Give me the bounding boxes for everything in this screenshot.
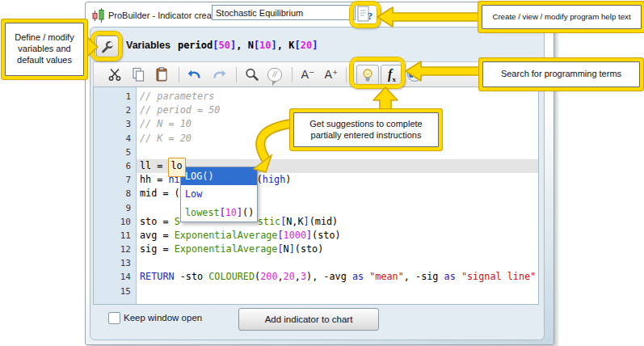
code-segment: high <box>263 174 285 185</box>
code-segment: 10 <box>259 40 271 51</box>
code-segment: hh = <box>140 174 169 185</box>
undo-icon <box>187 66 203 82</box>
annotation-frame-variables-button <box>91 32 122 61</box>
code-segment: 20 <box>284 271 295 282</box>
code-segment: ll = <box>140 160 169 171</box>
code-segment: (sto) <box>295 243 324 255</box>
annotation-frame-help-button <box>350 2 381 27</box>
code-segment: // N = 10 <box>140 118 192 129</box>
keep-window-open-checkbox[interactable] <box>108 312 120 324</box>
line-number: 11 <box>94 229 136 243</box>
app-icon <box>91 6 107 25</box>
comment-button[interactable]: // <box>264 63 285 86</box>
toolbar-separator <box>346 67 347 82</box>
copy-icon <box>130 66 146 82</box>
code-segment: "mean" <box>369 271 404 282</box>
cut-icon <box>107 66 123 82</box>
autocomplete-item[interactable]: LOG() <box>181 167 257 185</box>
redo-icon <box>211 66 227 82</box>
code-segment <box>456 271 461 282</box>
line-number: 15 <box>94 285 136 298</box>
code-segment: [ <box>213 40 218 51</box>
code-line[interactable]: avg = ExponentialAverage[1000](sto) <box>137 229 538 243</box>
code-segment: N,K <box>286 216 303 227</box>
code-segment: ) <box>285 174 291 185</box>
code-line[interactable] <box>137 285 538 298</box>
code-segment: sto = <box>140 216 175 227</box>
line-number: 12 <box>94 243 136 256</box>
redo-button[interactable] <box>208 63 229 86</box>
line-number: 4 <box>94 132 136 146</box>
code-segment: (mid) <box>309 216 339 227</box>
code-segment: , <box>277 40 288 51</box>
page-background: ProBuilder - Indicator creation - ? Vari… <box>0 0 644 346</box>
code-segment: // period = 50 <box>140 104 220 116</box>
undo-button[interactable] <box>184 63 205 86</box>
toolbar-separator <box>236 67 237 82</box>
code-segment: lowest <box>185 207 220 218</box>
code-segment: as <box>444 271 456 282</box>
code-segment: ] <box>304 216 309 227</box>
callout-variables: Define / modify variables and default va… <box>5 23 84 76</box>
keep-window-open-label: Keep window open <box>124 313 202 323</box>
code-line[interactable]: sig = ExponentialAverage[N](sto) <box>137 243 538 256</box>
paste-button[interactable] <box>151 63 172 86</box>
code-line[interactable] <box>137 146 538 159</box>
line-number: 14 <box>94 270 136 284</box>
autocomplete-dropdown: LOG()Lowlowest[10]() <box>180 167 258 222</box>
cut-button[interactable] <box>104 63 125 86</box>
code-segment: LOG() <box>185 171 214 182</box>
code-segment: ] <box>237 207 242 218</box>
autocomplete-prefix-box: lo <box>168 158 186 177</box>
code-segment: period <box>178 40 213 51</box>
indicator-name-input[interactable] <box>212 5 356 20</box>
code-segment: avg = <box>140 230 175 241</box>
code-segment: [ <box>277 243 283 255</box>
code-segment: [ <box>277 230 283 241</box>
code-segment: 50 <box>219 40 230 51</box>
callout-help-text: Create / view / modify program help text <box>482 5 642 29</box>
code-segment: ExponentialAverage <box>175 243 278 255</box>
search-button[interactable] <box>242 63 263 86</box>
code-line[interactable]: RETURN -sto COLOURED(200,20,3), -avg as … <box>137 270 538 284</box>
code-segment: Low <box>185 188 202 200</box>
code-segment: N <box>248 40 254 51</box>
callout-search-terms: Search for programming terms <box>482 61 640 87</box>
line-number: 6 <box>94 159 136 173</box>
code-segment: 10 <box>225 207 237 218</box>
help-circle-icon[interactable] <box>407 67 422 82</box>
code-segment: , <box>295 271 301 282</box>
code-line[interactable]: // parameters <box>137 90 538 103</box>
code-segment: sig = <box>140 243 175 255</box>
line-number: 13 <box>94 256 136 270</box>
code-segment: ] <box>312 40 318 51</box>
code-segment: "signal line" <box>461 271 536 282</box>
line-number: 10 <box>94 215 136 229</box>
code-segment: N <box>284 243 289 255</box>
code-segment: 1000 <box>284 230 306 241</box>
code-segment: ] <box>271 40 277 51</box>
code-segment: -sto <box>175 271 209 282</box>
autocomplete-item[interactable]: Low <box>181 185 257 203</box>
copy-button[interactable] <box>128 63 149 86</box>
code-segment: // parameters <box>140 91 214 102</box>
code-segment: mid = ( <box>140 188 180 199</box>
increase-font-icon: A⁺ <box>325 68 339 81</box>
decrease-font-icon: A⁻ <box>301 68 315 81</box>
decrease-font-button[interactable]: A⁻ <box>297 63 318 86</box>
autocomplete-item[interactable]: lowest[10]() <box>181 204 257 222</box>
code-segment: 20 <box>301 40 312 51</box>
variables-bar: Variables period[50], N[10], K[20] <box>126 36 318 55</box>
line-number: 9 <box>94 201 136 215</box>
code-line[interactable] <box>137 256 538 270</box>
increase-font-button[interactable]: A⁺ <box>321 63 342 86</box>
add-indicator-button[interactable]: Add indicator to chart <box>238 308 379 331</box>
code-segment: 3 <box>301 271 306 282</box>
code-segment: , <box>278 271 284 282</box>
callout-suggestions: Get suggestions to complete partially en… <box>293 112 439 147</box>
code-segment: () <box>242 207 254 218</box>
toolbar-separator <box>292 67 293 82</box>
comment-icon: // <box>267 68 281 82</box>
line-number: 1 <box>94 90 136 103</box>
code-segment: (sto) <box>312 230 341 241</box>
